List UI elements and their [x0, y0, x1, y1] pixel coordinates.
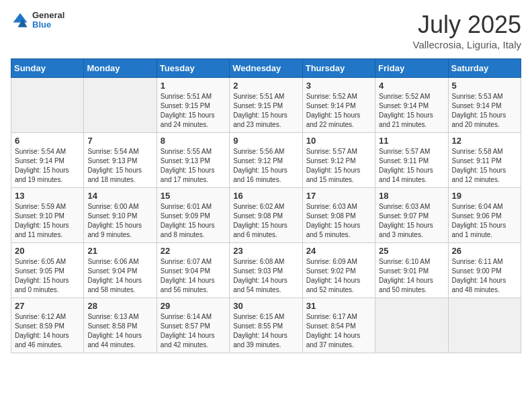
cell-content: Sunrise: 5:58 AMSunset: 9:11 PMDaylight:…	[452, 147, 517, 185]
day-number: 18	[379, 191, 444, 201]
cell-content: Sunrise: 6:10 AMSunset: 9:01 PMDaylight:…	[379, 257, 444, 295]
day-number: 20	[15, 246, 80, 256]
logo: General Blue	[11, 11, 64, 30]
day-number: 26	[452, 246, 517, 256]
cell-content: Sunrise: 5:59 AMSunset: 9:10 PMDaylight:…	[15, 202, 80, 240]
calendar-cell: 7Sunrise: 5:54 AMSunset: 9:13 PMDaylight…	[84, 133, 157, 188]
calendar-cell: 1Sunrise: 5:51 AMSunset: 9:15 PMDaylight…	[157, 78, 229, 133]
calendar-cell: 4Sunrise: 5:52 AMSunset: 9:14 PMDaylight…	[375, 78, 448, 133]
title-block: July 2025 Vallecrosia, Liguria, Italy	[413, 11, 521, 50]
calendar-cell: 13Sunrise: 5:59 AMSunset: 9:10 PMDayligh…	[11, 188, 84, 243]
calendar-cell: 3Sunrise: 5:52 AMSunset: 9:14 PMDaylight…	[302, 78, 375, 133]
day-header: Tuesday	[157, 59, 229, 78]
calendar-cell	[84, 78, 157, 133]
cell-content: Sunrise: 6:06 AMSunset: 9:04 PMDaylight:…	[87, 257, 152, 295]
day-header: Monday	[84, 59, 157, 78]
cell-content: Sunrise: 5:52 AMSunset: 9:14 PMDaylight:…	[379, 92, 444, 130]
day-number: 8	[161, 136, 226, 146]
cell-content: Sunrise: 5:54 AMSunset: 9:14 PMDaylight:…	[15, 147, 80, 185]
calendar-cell: 10Sunrise: 5:57 AMSunset: 9:12 PMDayligh…	[302, 133, 375, 188]
cell-content: Sunrise: 6:11 AMSunset: 9:00 PMDaylight:…	[452, 257, 517, 295]
logo-text: General Blue	[32, 11, 64, 30]
cell-content: Sunrise: 6:01 AMSunset: 9:09 PMDaylight:…	[161, 202, 226, 240]
day-number: 14	[87, 191, 152, 201]
day-number: 31	[306, 301, 371, 311]
cell-content: Sunrise: 5:57 AMSunset: 9:12 PMDaylight:…	[306, 147, 371, 185]
cell-content: Sunrise: 5:54 AMSunset: 9:13 PMDaylight:…	[87, 147, 152, 185]
cell-content: Sunrise: 5:53 AMSunset: 9:14 PMDaylight:…	[452, 92, 517, 130]
calendar-week-row: 13Sunrise: 5:59 AMSunset: 9:10 PMDayligh…	[11, 188, 521, 243]
day-header: Saturday	[448, 59, 521, 78]
calendar-week-row: 6Sunrise: 5:54 AMSunset: 9:14 PMDaylight…	[11, 133, 521, 188]
calendar-cell: 23Sunrise: 6:08 AMSunset: 9:03 PMDayligh…	[230, 243, 302, 298]
cell-content: Sunrise: 5:51 AMSunset: 9:15 PMDaylight:…	[233, 92, 298, 130]
day-number: 10	[306, 136, 371, 146]
calendar-week-row: 27Sunrise: 6:12 AMSunset: 8:59 PMDayligh…	[11, 298, 521, 353]
day-number: 6	[15, 136, 80, 146]
calendar-cell: 12Sunrise: 5:58 AMSunset: 9:11 PMDayligh…	[448, 133, 521, 188]
day-number: 3	[306, 81, 371, 91]
day-number: 21	[87, 246, 152, 256]
cell-content: Sunrise: 6:03 AMSunset: 9:07 PMDaylight:…	[379, 202, 444, 240]
calendar-week-row: 1Sunrise: 5:51 AMSunset: 9:15 PMDaylight…	[11, 78, 521, 133]
calendar-cell: 9Sunrise: 5:56 AMSunset: 9:12 PMDaylight…	[230, 133, 302, 188]
logo-general: General	[32, 11, 64, 20]
location: Vallecrosia, Liguria, Italy	[413, 39, 521, 50]
calendar-cell: 14Sunrise: 6:00 AMSunset: 9:10 PMDayligh…	[84, 188, 157, 243]
cell-content: Sunrise: 5:51 AMSunset: 9:15 PMDaylight:…	[161, 92, 226, 130]
calendar-cell: 17Sunrise: 6:03 AMSunset: 9:08 PMDayligh…	[302, 188, 375, 243]
calendar-cell: 29Sunrise: 6:14 AMSunset: 8:57 PMDayligh…	[157, 298, 229, 353]
calendar-cell: 24Sunrise: 6:09 AMSunset: 9:02 PMDayligh…	[302, 243, 375, 298]
cell-content: Sunrise: 5:56 AMSunset: 9:12 PMDaylight:…	[233, 147, 298, 185]
calendar-cell: 22Sunrise: 6:07 AMSunset: 9:04 PMDayligh…	[157, 243, 229, 298]
day-number: 9	[233, 136, 298, 146]
calendar-header-row: SundayMondayTuesdayWednesdayThursdayFrid…	[11, 59, 521, 78]
calendar-week-row: 20Sunrise: 6:05 AMSunset: 9:05 PMDayligh…	[11, 243, 521, 298]
calendar-cell: 26Sunrise: 6:11 AMSunset: 9:00 PMDayligh…	[448, 243, 521, 298]
day-number: 30	[233, 301, 298, 311]
page-header: General Blue July 2025 Vallecrosia, Ligu…	[11, 11, 521, 50]
day-number: 27	[15, 301, 80, 311]
cell-content: Sunrise: 5:55 AMSunset: 9:13 PMDaylight:…	[161, 147, 226, 185]
cell-content: Sunrise: 5:52 AMSunset: 9:14 PMDaylight:…	[306, 92, 371, 130]
day-number: 4	[379, 81, 444, 91]
cell-content: Sunrise: 6:07 AMSunset: 9:04 PMDaylight:…	[161, 257, 226, 295]
cell-content: Sunrise: 6:15 AMSunset: 8:55 PMDaylight:…	[233, 312, 298, 350]
day-number: 15	[161, 191, 226, 201]
day-header: Friday	[375, 59, 448, 78]
day-number: 23	[233, 246, 298, 256]
calendar-cell	[448, 298, 521, 353]
calendar-cell	[375, 298, 448, 353]
cell-content: Sunrise: 6:03 AMSunset: 9:08 PMDaylight:…	[306, 202, 371, 240]
day-number: 2	[233, 81, 298, 91]
day-number: 5	[452, 81, 517, 91]
logo-blue: Blue	[32, 20, 64, 30]
day-header: Thursday	[302, 59, 375, 78]
calendar-cell: 20Sunrise: 6:05 AMSunset: 9:05 PMDayligh…	[11, 243, 84, 298]
calendar-cell: 21Sunrise: 6:06 AMSunset: 9:04 PMDayligh…	[84, 243, 157, 298]
day-number: 25	[379, 246, 444, 256]
day-number: 1	[161, 81, 226, 91]
cell-content: Sunrise: 6:04 AMSunset: 9:06 PMDaylight:…	[452, 202, 517, 240]
cell-content: Sunrise: 6:02 AMSunset: 9:08 PMDaylight:…	[233, 202, 298, 240]
logo-icon	[11, 11, 30, 30]
day-number: 24	[306, 246, 371, 256]
day-number: 11	[379, 136, 444, 146]
cell-content: Sunrise: 6:00 AMSunset: 9:10 PMDaylight:…	[87, 202, 152, 240]
cell-content: Sunrise: 6:17 AMSunset: 8:54 PMDaylight:…	[306, 312, 371, 350]
cell-content: Sunrise: 6:14 AMSunset: 8:57 PMDaylight:…	[161, 312, 226, 350]
calendar-cell	[11, 78, 84, 133]
day-number: 19	[452, 191, 517, 201]
calendar-cell: 25Sunrise: 6:10 AMSunset: 9:01 PMDayligh…	[375, 243, 448, 298]
calendar-cell: 31Sunrise: 6:17 AMSunset: 8:54 PMDayligh…	[302, 298, 375, 353]
calendar-cell: 11Sunrise: 5:57 AMSunset: 9:11 PMDayligh…	[375, 133, 448, 188]
calendar-cell: 2Sunrise: 5:51 AMSunset: 9:15 PMDaylight…	[230, 78, 302, 133]
day-number: 7	[87, 136, 152, 146]
day-number: 22	[161, 246, 226, 256]
calendar-cell: 19Sunrise: 6:04 AMSunset: 9:06 PMDayligh…	[448, 188, 521, 243]
cell-content: Sunrise: 5:57 AMSunset: 9:11 PMDaylight:…	[379, 147, 444, 185]
day-number: 13	[15, 191, 80, 201]
cell-content: Sunrise: 6:05 AMSunset: 9:05 PMDaylight:…	[15, 257, 80, 295]
day-number: 16	[233, 191, 298, 201]
calendar-cell: 15Sunrise: 6:01 AMSunset: 9:09 PMDayligh…	[157, 188, 229, 243]
